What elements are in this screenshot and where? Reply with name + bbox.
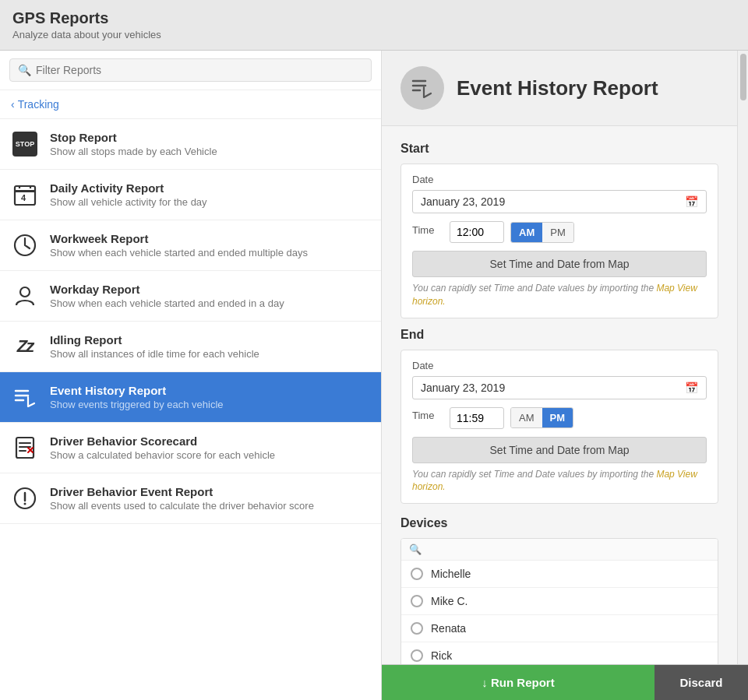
start-date-input[interactable]: January 23, 2019 📅 <box>412 190 707 213</box>
report-item-title: Daily Activity Report <box>50 181 370 195</box>
report-item-text: Event History Report Show events trigger… <box>50 384 370 410</box>
device-item[interactable]: Michelle <box>401 561 718 588</box>
end-section: End Date January 23, 2019 📅 Time <box>400 328 718 505</box>
start-map-hint: You can rapidly set Time and Date values… <box>412 282 707 308</box>
svg-rect-1 <box>15 190 35 192</box>
list-item[interactable]: Driver Behavior Event Report Show all ev… <box>0 473 381 524</box>
device-name: Renata <box>431 622 466 635</box>
workday-icon <box>11 282 39 310</box>
report-item-text: Daily Activity Report Show all vehicle a… <box>50 181 370 208</box>
start-label: Start <box>400 142 718 156</box>
list-item[interactable]: Zz Idling Report Show all instances of i… <box>0 322 381 372</box>
start-time-label: Time <box>412 224 443 236</box>
idling-icon: Zz <box>11 332 39 361</box>
app-subtitle: Analyze data about your vehicles <box>12 29 736 40</box>
daily-activity-icon: 4 <box>11 181 39 209</box>
end-map-link[interactable]: Map View horizon. <box>412 469 697 493</box>
end-date-label: Date <box>412 360 707 371</box>
report-item-desc: Show all events used to calculate the dr… <box>50 500 370 512</box>
scroll-track[interactable] <box>737 51 748 664</box>
bottom-bar: ↓ Run Report Discard <box>382 664 748 700</box>
report-item-text: Stop Report Show all stops made by each … <box>50 131 370 157</box>
start-ampm-toggle: AM PM <box>510 222 574 243</box>
list-item[interactable]: Workweek Report Show when each vehicle s… <box>0 220 381 271</box>
start-set-time-button[interactable]: Set Time and Date from Map <box>412 251 707 277</box>
device-radio <box>411 649 423 662</box>
left-panel: 🔍 ‹ Tracking STOP Stop Report Show all s… <box>0 51 382 700</box>
start-date-value: January 23, 2019 <box>421 195 505 208</box>
report-item-text: Idling Report Show all instances of idle… <box>50 333 370 360</box>
stop-report-icon: STOP <box>11 130 39 158</box>
list-item[interactable]: STOP Stop Report Show all stops made by … <box>0 119 381 170</box>
device-radio <box>411 595 423 607</box>
discard-button[interactable]: Discard <box>654 665 748 700</box>
report-item-desc: Show when each vehicle started and ended… <box>50 247 370 259</box>
start-map-link[interactable]: Map View horizon. <box>412 283 697 307</box>
search-bar: 🔍 <box>0 51 381 90</box>
start-time-input[interactable] <box>450 221 504 243</box>
event-history-icon <box>11 383 39 411</box>
end-am-button[interactable]: AM <box>511 408 542 427</box>
report-item-desc: Show a calculated behavior score for eac… <box>50 449 370 461</box>
right-panel: Event History Report Start Date January … <box>382 51 748 700</box>
svg-text:4: 4 <box>21 193 26 202</box>
back-link-label: Tracking <box>18 98 59 111</box>
search-input[interactable] <box>36 64 363 76</box>
report-item-title: Driver Behavior Event Report <box>50 485 370 498</box>
report-item-title: Workday Report <box>50 283 370 296</box>
search-icon: 🔍 <box>18 64 31 76</box>
run-report-button[interactable]: ↓ Run Report <box>382 665 654 700</box>
report-item-title: Stop Report <box>50 131 370 144</box>
svg-point-6 <box>20 287 30 297</box>
device-radio <box>411 568 423 580</box>
chevron-left-icon: ‹ <box>11 98 15 111</box>
report-header-card: Event History Report <box>382 51 737 126</box>
list-item[interactable]: 4 Daily Activity Report Show all vehicle… <box>0 170 381 220</box>
device-radio <box>411 622 423 635</box>
report-item-text: Workday Report Show when each vehicle st… <box>50 283 370 309</box>
start-am-button[interactable]: AM <box>511 223 542 242</box>
back-link[interactable]: ‹ Tracking <box>0 90 381 119</box>
list-item[interactable]: Driver Behavior Scorecard Show a calcula… <box>0 423 381 473</box>
end-pm-button[interactable]: PM <box>542 408 573 427</box>
report-item-title: Event History Report <box>50 384 370 397</box>
app-title: GPS Reports <box>12 9 736 27</box>
svg-point-18 <box>24 503 26 505</box>
report-item-desc: Show events triggered by each vehicle <box>50 399 370 410</box>
devices-section: Devices 🔍 Michelle <box>400 516 718 664</box>
list-item[interactable]: Workday Report Show when each vehicle st… <box>0 271 381 322</box>
report-item-desc: Show when each vehicle started and ended… <box>50 297 370 309</box>
end-ampm-toggle: AM PM <box>510 407 573 428</box>
devices-search-input[interactable] <box>426 543 710 555</box>
report-header-icon <box>400 66 444 110</box>
scorecard-icon <box>11 434 39 462</box>
report-item-text: Driver Behavior Event Report Show all ev… <box>50 485 370 512</box>
app-header: GPS Reports Analyze data about your vehi… <box>0 0 748 51</box>
workweek-icon <box>11 231 39 259</box>
calendar-icon-end: 📅 <box>685 382 698 394</box>
device-name: Mike C. <box>431 595 468 607</box>
calendar-icon: 📅 <box>685 195 698 208</box>
report-item-title: Workweek Report <box>50 232 370 245</box>
device-name: Rick <box>431 649 452 662</box>
report-item-title: Idling Report <box>50 333 370 346</box>
device-item[interactable]: Renata <box>401 615 718 642</box>
devices-search-bar: 🔍 <box>401 539 718 561</box>
report-list: STOP Stop Report Show all stops made by … <box>0 119 381 700</box>
report-item-desc: Show all vehicle activity for the day <box>50 196 370 208</box>
scroll-thumb <box>740 54 746 100</box>
end-time-input[interactable] <box>450 407 504 429</box>
devices-label: Devices <box>400 516 718 530</box>
report-item-text: Workweek Report Show when each vehicle s… <box>50 232 370 259</box>
start-pm-button[interactable]: PM <box>542 223 573 242</box>
driver-event-icon <box>11 484 39 512</box>
end-set-time-button[interactable]: Set Time and Date from Map <box>412 437 707 463</box>
list-item[interactable]: Event History Report Show events trigger… <box>0 372 381 423</box>
report-header-title: Event History Report <box>457 76 658 100</box>
end-date-input[interactable]: January 23, 2019 📅 <box>412 376 707 399</box>
start-date-label: Date <box>412 174 707 185</box>
device-item[interactable]: Mike C. <box>401 588 718 615</box>
end-map-hint: You can rapidly set Time and Date values… <box>412 468 707 494</box>
device-item[interactable]: Rick <box>401 642 718 664</box>
report-item-title: Driver Behavior Scorecard <box>50 434 370 448</box>
